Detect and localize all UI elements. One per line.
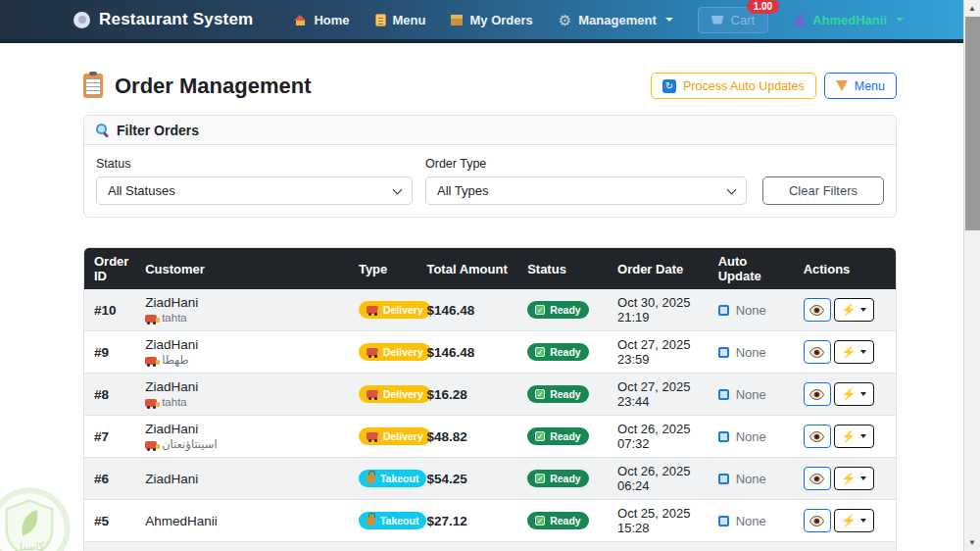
order-status-badge: Ready [527, 512, 589, 529]
scroll-down-arrow[interactable]: ▼ [964, 534, 980, 551]
svg-text:كاسبل: كاسبل [15, 540, 45, 551]
user-menu[interactable]: AhmedHanii [794, 13, 904, 27]
actions-cell: ⚡ [804, 382, 886, 406]
view-order-button[interactable] [804, 467, 831, 490]
pizza-icon [836, 80, 848, 91]
cart-count-badge: 1.00 [747, 0, 779, 14]
order-date: Oct 25, 2025 15:28 [617, 506, 690, 535]
quick-status-dropdown[interactable]: ⚡ [834, 382, 874, 406]
status-select[interactable]: All Statuses [96, 176, 413, 205]
cart-button[interactable]: Cart 1.00 [698, 7, 769, 33]
table-row: #4 ZiadHani بوثاعوبعبايسب Delivery $27.1… [84, 542, 896, 551]
lightning-icon: ⚡ [841, 473, 856, 484]
actions-cell: ⚡ [804, 298, 886, 322]
checkbox-icon [718, 474, 729, 484]
actions-cell: ⚡ [804, 340, 886, 364]
table-row: #8 ZiadHani tahta Delivery $16.28 Ready … [84, 374, 896, 416]
filter-card-header: Filter Orders [84, 116, 896, 145]
customer-location: tahta [145, 312, 339, 325]
chevron-down-icon [727, 184, 737, 194]
checkbox-icon [718, 347, 729, 358]
chevron-down-icon [860, 519, 866, 523]
brand-title: Restaurant System [99, 10, 253, 29]
main-content: Order Management ↻ Process Auto Updates … [83, 73, 897, 551]
lightning-icon: ⚡ [841, 346, 856, 358]
brand[interactable]: Restaurant System [74, 10, 253, 29]
total-amount: $48.82 [426, 429, 466, 444]
customer-name: ZiadHani [145, 295, 339, 310]
truck-icon [367, 390, 378, 398]
customer-name: ZiadHani [145, 337, 339, 352]
process-auto-updates-button[interactable]: ↻ Process Auto Updates [651, 73, 816, 99]
check-icon [535, 305, 545, 315]
nav-item-home[interactable]: Home [294, 13, 349, 27]
bag-icon [367, 474, 375, 483]
eye-icon [809, 516, 824, 526]
nav-item-management[interactable]: ⚙ Management [559, 13, 673, 27]
quick-status-dropdown[interactable]: ⚡ [834, 509, 874, 532]
menu-scroll-icon [375, 14, 386, 26]
customer-location: اسينتاؤنعتان [145, 438, 339, 451]
chevron-down-icon [860, 350, 866, 354]
order-date: Oct 26, 2025 06:24 [617, 464, 690, 493]
quick-status-dropdown[interactable]: ⚡ [834, 425, 874, 448]
clear-filters-button[interactable]: Clear Filters [762, 176, 884, 205]
actions-cell: ⚡ [804, 425, 886, 448]
order-type-badge: Delivery [359, 301, 431, 319]
vertical-scrollbar[interactable]: ▲ ▼ [963, 0, 980, 551]
order-type-select[interactable]: All Types [425, 176, 747, 205]
view-order-button[interactable] [804, 425, 831, 448]
order-type-badge: Takeout [359, 512, 426, 529]
total-amount: $146.48 [426, 303, 474, 318]
nav-item-menu[interactable]: Menu [375, 13, 426, 27]
scroll-up-arrow[interactable]: ▲ [964, 0, 980, 17]
quick-status-dropdown[interactable]: ⚡ [834, 298, 874, 322]
nav-item-my-orders[interactable]: My Orders [451, 13, 532, 27]
order-id: #7 [94, 429, 109, 444]
eye-icon [809, 389, 824, 400]
view-order-button[interactable] [804, 382, 831, 406]
view-order-button[interactable] [804, 509, 831, 532]
chevron-down-icon [896, 18, 904, 22]
chevron-down-icon [665, 18, 673, 22]
order-status-badge: Ready [527, 343, 589, 361]
lightning-icon: ⚡ [841, 515, 856, 526]
clipboard-icon [83, 74, 103, 98]
eye-icon [809, 474, 824, 484]
actions-cell: ⚡ [804, 509, 886, 532]
auto-update-cell: None [718, 303, 784, 318]
scrollbar-thumb[interactable] [965, 17, 980, 230]
total-amount: $146.48 [426, 345, 474, 360]
nav-items: Home Menu My Orders ⚙ Management [294, 13, 672, 27]
total-amount: $27.12 [426, 514, 466, 528]
page-actions: ↻ Process Auto Updates Menu [651, 73, 897, 99]
table-row: #7 ZiadHani اسينتاؤنعتان Delivery $48.82… [84, 416, 896, 458]
customer-location: tahta [145, 396, 339, 409]
view-order-button[interactable] [804, 298, 831, 322]
auto-update-cell: None [718, 387, 784, 402]
orders-table-body: #10 ZiadHani tahta Delivery $146.48 Read… [84, 289, 896, 551]
check-icon [535, 389, 545, 399]
order-status-badge: Ready [527, 470, 589, 487]
table-row: #10 ZiadHani tahta Delivery $146.48 Read… [84, 289, 896, 331]
filter-body: Status All Statuses Order Type All Types… [84, 145, 896, 217]
view-order-button[interactable] [804, 340, 831, 364]
watermark-logo: كاسبل [0, 486, 72, 551]
order-date: Oct 30, 2025 21:19 [617, 295, 690, 325]
customer-name: ZiadHani [145, 379, 339, 394]
eye-icon [809, 305, 824, 316]
order-type-badge: Delivery [359, 427, 431, 445]
bag-icon [367, 516, 375, 526]
eye-icon [809, 431, 824, 442]
auto-update-cell: None [718, 345, 784, 360]
check-icon [535, 474, 545, 483]
gear-icon: ⚙ [559, 13, 571, 27]
quick-status-dropdown[interactable]: ⚡ [834, 467, 874, 490]
chevron-down-icon [860, 392, 866, 396]
check-icon [535, 431, 545, 441]
quick-status-dropdown[interactable]: ⚡ [834, 340, 874, 364]
lightning-icon: ⚡ [841, 304, 856, 316]
truck-icon [145, 357, 157, 365]
menu-button[interactable]: Menu [824, 73, 897, 99]
order-type-badge: Delivery [359, 385, 431, 403]
